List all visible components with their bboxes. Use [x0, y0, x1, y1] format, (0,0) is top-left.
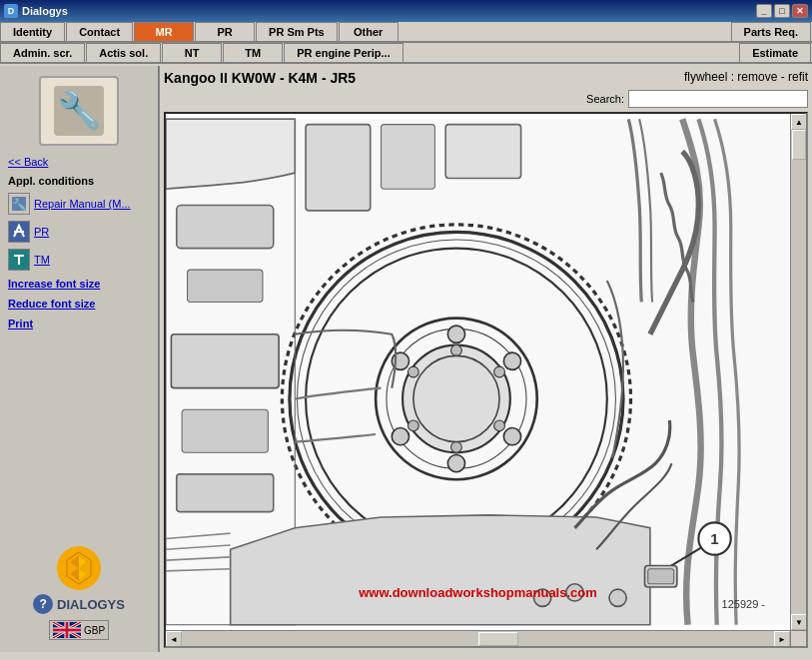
scroll-h-thumb[interactable]: [478, 632, 518, 646]
content-header: Kangoo II KW0W - K4M - JR5 flywheel : re…: [164, 70, 808, 86]
svg-rect-45: [188, 270, 263, 302]
scroll-h-track[interactable]: [182, 631, 774, 647]
tm-icon: [8, 249, 30, 271]
uk-flag-icon: [53, 622, 81, 638]
tab-parts-req[interactable]: Parts Req.: [731, 22, 811, 41]
wrench-logo-icon: 🔧: [49, 81, 109, 141]
sidebar-item-repair-manual[interactable]: 🔧 Repair Manual (M...: [0, 190, 158, 218]
window-controls: _ □ ✕: [756, 4, 808, 18]
svg-point-31: [503, 428, 520, 445]
reduce-font-size-button[interactable]: Reduce font size: [0, 294, 158, 314]
tab-actis-sol[interactable]: Actis sol.: [86, 43, 161, 62]
svg-point-36: [494, 366, 505, 377]
tm-label: TM: [34, 254, 50, 266]
svg-point-37: [494, 420, 505, 431]
tab-pr-sm-pts[interactable]: PR Sm Pts: [256, 22, 338, 41]
scroll-up-button[interactable]: ▲: [791, 114, 807, 130]
svg-rect-65: [648, 569, 674, 584]
pr-icon: [8, 221, 30, 243]
svg-rect-44: [177, 205, 274, 248]
increase-font-size-button[interactable]: Increase font size: [0, 274, 158, 294]
currency-label: GBP: [84, 625, 105, 636]
tab-contact[interactable]: Contact: [66, 22, 133, 41]
svg-rect-49: [306, 125, 371, 211]
svg-text:🔧: 🔧: [12, 197, 27, 212]
tab-pr[interactable]: PR: [195, 22, 255, 41]
tab-tm[interactable]: TM: [223, 43, 283, 62]
search-bar: Search:: [164, 90, 808, 108]
tab-estimate[interactable]: Estimate: [739, 43, 811, 62]
repair-manual-label: Repair Manual (M...: [34, 198, 131, 210]
scroll-v-thumb[interactable]: [792, 130, 806, 160]
nav-row-1: Identity Contact MR PR PR Sm Pts Other P…: [0, 22, 812, 43]
search-label: Search:: [586, 93, 624, 105]
sidebar-section-title: Appl. conditions: [0, 172, 158, 190]
image-viewer: 1: [164, 112, 808, 648]
search-input[interactable]: [628, 90, 808, 108]
dialogys-logo: ? DIALOGYS: [33, 594, 125, 614]
svg-rect-48: [177, 474, 274, 512]
svg-rect-46: [171, 334, 279, 388]
currency-flag: GBP: [49, 620, 109, 640]
close-button[interactable]: ✕: [792, 4, 808, 18]
tab-mr[interactable]: MR: [134, 22, 194, 41]
title-bar-text: D Dialogys: [4, 4, 68, 18]
svg-point-30: [503, 352, 520, 369]
scroll-v-track[interactable]: [791, 130, 806, 614]
svg-point-29: [447, 326, 464, 342]
tab-nt[interactable]: NT: [162, 43, 222, 62]
svg-point-52: [413, 355, 499, 441]
scroll-right-button[interactable]: ►: [774, 631, 790, 647]
renault-logo-icon: [57, 546, 101, 590]
nav-row-2: Admin. scr. Actis sol. NT TM PR engine P…: [0, 43, 812, 64]
sidebar-item-pr[interactable]: PR: [0, 218, 158, 246]
title-bar: D Dialogys _ □ ✕: [0, 0, 812, 22]
scroll-left-button[interactable]: ◄: [166, 631, 182, 647]
sidebar-item-tm[interactable]: TM: [0, 246, 158, 274]
watermark-text: www.downloadworkshopmanuals.com: [359, 585, 597, 600]
scroll-down-button[interactable]: ▼: [791, 614, 807, 630]
tab-pr-engine-perip[interactable]: PR engine Perip...: [284, 43, 404, 62]
sidebar-logo: 🔧: [39, 76, 119, 146]
diagram-area: 1: [166, 114, 790, 630]
vertical-scrollbar: ▲ ▼: [790, 114, 806, 630]
minimize-button[interactable]: _: [756, 4, 772, 18]
svg-text:1: 1: [710, 530, 718, 547]
maximize-button[interactable]: □: [774, 4, 790, 18]
svg-point-32: [447, 454, 464, 471]
dialogys-logo-text: DIALOGYS: [57, 597, 125, 612]
repair-manual-icon: 🔧: [8, 193, 30, 215]
svg-point-33: [392, 428, 408, 445]
sidebar: 🔧 << Back Appl. conditions 🔧 Repair Manu…: [0, 66, 160, 652]
scroll-corner: [790, 630, 806, 646]
svg-point-39: [407, 420, 418, 431]
svg-point-38: [451, 442, 462, 453]
svg-rect-50: [382, 125, 435, 190]
print-button[interactable]: Print: [0, 314, 158, 333]
page-subtitle: flywheel : remove - refit: [684, 70, 808, 84]
page-title: Kangoo II KW0W - K4M - JR5: [164, 70, 356, 86]
svg-rect-51: [445, 125, 520, 179]
dialogys-question-icon: ?: [33, 594, 53, 614]
svg-rect-47: [182, 409, 268, 452]
back-button[interactable]: << Back: [0, 152, 158, 172]
svg-point-62: [609, 589, 626, 606]
flywheel-diagram: 1: [166, 114, 790, 630]
app-icon: D: [4, 4, 18, 18]
tab-other[interactable]: Other: [339, 22, 399, 41]
svg-text:🔧: 🔧: [57, 89, 102, 132]
tab-admin-scr[interactable]: Admin. scr.: [0, 43, 85, 62]
sidebar-bottom: ? DIALOGYS GBP: [0, 546, 158, 648]
content-area: Kangoo II KW0W - K4M - JR5 flywheel : re…: [160, 66, 812, 652]
pr-label: PR: [34, 226, 49, 238]
main-layout: 🔧 << Back Appl. conditions 🔧 Repair Manu…: [0, 66, 812, 652]
tab-identity[interactable]: Identity: [0, 22, 65, 41]
horizontal-scrollbar: ◄ ►: [166, 630, 790, 646]
svg-point-40: [407, 366, 418, 377]
image-number: 125929 -: [722, 598, 765, 610]
svg-point-35: [451, 345, 462, 356]
